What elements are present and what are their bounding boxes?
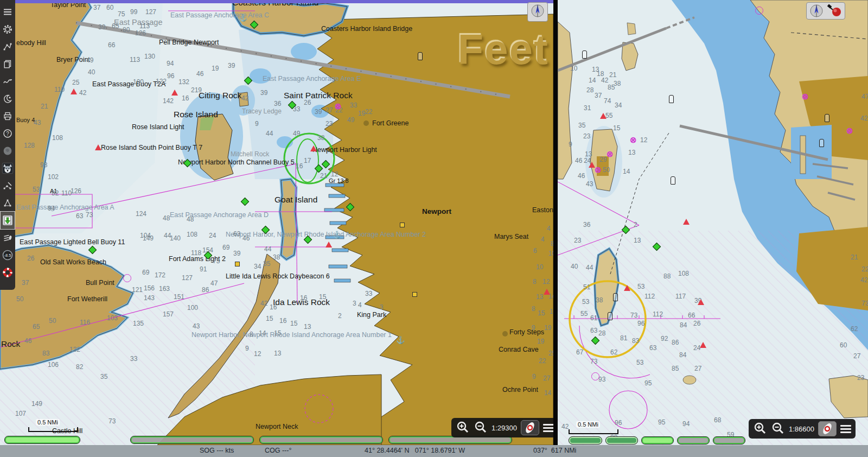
- depth-sounding: 65: [33, 323, 40, 330]
- tri-symbol: [71, 88, 77, 94]
- pages-button[interactable]: [1, 55, 15, 73]
- depth-sounding: 95: [644, 380, 652, 386]
- depth-sounding: 140: [170, 235, 181, 242]
- depth-sounding: 9: [255, 120, 259, 127]
- depth-sounding: 88: [663, 273, 671, 280]
- wreck-symbol: ⊗: [802, 92, 809, 100]
- tri-symbol: [95, 144, 101, 150]
- globe-disabled-button[interactable]: [1, 142, 15, 160]
- depth-sounding: 38: [596, 297, 603, 303]
- tri-symbol: [624, 285, 630, 291]
- moon-icon: [3, 94, 12, 104]
- depth-sounding: 73: [86, 212, 93, 218]
- menu-icon: [543, 424, 553, 432]
- depth-sounding: 42: [260, 300, 267, 307]
- map-label: Goat Island: [275, 195, 317, 204]
- download-charts-button[interactable]: [1, 212, 15, 229]
- anchor-symbol: ⚓: [239, 14, 247, 21]
- panel-divider[interactable]: [553, 0, 558, 445]
- depth-sounding: 44: [264, 246, 271, 252]
- depth-sounding: 40: [571, 263, 578, 270]
- route-edit-button[interactable]: [1, 177, 15, 194]
- chart-bar[interactable]: [677, 436, 710, 445]
- left-compass-button[interactable]: [527, 2, 548, 22]
- measure-network-button[interactable]: [1, 194, 15, 212]
- zoom-in-button[interactable]: [456, 421, 470, 435]
- depth-sounding: 128: [24, 142, 35, 149]
- chart-bar[interactable]: [259, 436, 383, 444]
- depth-sounding: 27: [543, 375, 550, 382]
- chart-bar[interactable]: [4, 436, 80, 444]
- bearing-distance: 037° 617 NMi: [533, 447, 576, 454]
- depth-sounding: 21: [320, 173, 327, 179]
- depth-sounding: 38: [317, 135, 324, 141]
- zoom-out-button[interactable]: [474, 421, 488, 435]
- pages-icon: [3, 59, 12, 69]
- depth-sounding: 103: [107, 315, 118, 321]
- depth-sounding: 21: [41, 103, 48, 110]
- right-chart-panel[interactable]: 1013182114423885283774343155153523129134…: [558, 0, 868, 445]
- svg-text:?: ?: [6, 131, 9, 137]
- depth-sounding: 15: [266, 315, 273, 322]
- depth-sounding: 99: [130, 9, 137, 15]
- zoom-out-button[interactable]: [771, 422, 785, 436]
- grib-layers-button[interactable]: [1, 229, 15, 246]
- depth-sounding: 149: [143, 235, 154, 242]
- pin-position-button[interactable]: [826, 4, 843, 18]
- depth-sounding: 55: [580, 310, 588, 317]
- cog-value: COG ---°: [265, 447, 291, 454]
- depth-sounding: 2: [634, 221, 637, 228]
- lifebuoy-icon: [2, 267, 13, 278]
- depth-sounding: 23: [326, 120, 333, 127]
- depth-sounding: 83: [632, 338, 639, 344]
- depth-sounding: 73: [630, 312, 637, 319]
- settings-button[interactable]: [1, 21, 15, 38]
- tower-symbol: [582, 50, 587, 59]
- ysq-symbol: [400, 223, 405, 227]
- map-label: Rose Island South Point Buoy T 7: [101, 144, 202, 151]
- menu-button[interactable]: [1, 3, 15, 21]
- layers-icon: [3, 233, 12, 243]
- depth-sounding: 127: [182, 275, 193, 281]
- help-button[interactable]: ?: [1, 125, 15, 142]
- depth-offset-button[interactable]: -8.5: [1, 246, 15, 264]
- depth-sounding: 16: [296, 163, 303, 169]
- chart-bar[interactable]: [130, 436, 254, 444]
- depth-sounding: 82: [52, 190, 59, 196]
- left-chart-panel[interactable]: Taylor PointCoasters Harbor IslandEast P…: [0, 0, 553, 445]
- depth-sounding: 63: [233, 231, 240, 237]
- zoom-in-button[interactable]: [753, 422, 767, 436]
- chart-bar[interactable]: [713, 436, 745, 445]
- depth-sounding: 83: [42, 350, 49, 357]
- map-label: Bryer Point: [56, 56, 90, 64]
- chart-bar[interactable]: [569, 436, 602, 445]
- compass-icon: [530, 4, 545, 20]
- depth-sounding: 15: [538, 310, 545, 316]
- sos-button[interactable]: [1, 264, 15, 281]
- depth-sounding: 108: [52, 135, 63, 141]
- chart-bar[interactable]: [605, 436, 638, 445]
- status-bar: SOG --- kts COG ---° 41° 28.4464' N 071°…: [0, 445, 868, 457]
- route-create-button[interactable]: [1, 38, 15, 55]
- diamond-symbol: [250, 21, 259, 29]
- depth-sounding: 117: [675, 293, 686, 300]
- profile-husky-button[interactable]: [1, 160, 15, 177]
- depth-sounding: 23: [574, 237, 581, 244]
- track-draw-button[interactable]: [1, 73, 15, 90]
- depth-sounding: 219: [191, 87, 202, 93]
- wreck-symbol: ⊗: [630, 136, 637, 144]
- center-on-boat-button[interactable]: [818, 421, 837, 436]
- chart-menu-button[interactable]: [543, 424, 553, 432]
- print-button[interactable]: [1, 107, 15, 125]
- depth-sounding: 9: [532, 325, 535, 331]
- chart-bar[interactable]: [641, 436, 674, 445]
- night-mode-button[interactable]: [1, 90, 15, 107]
- depth-sounding: 15: [319, 294, 326, 300]
- depth-sounding: 24: [209, 232, 216, 239]
- depth-sounding: 68: [714, 417, 721, 423]
- chart-menu-button[interactable]: [840, 425, 851, 433]
- depth-sounding: 96: [637, 320, 644, 327]
- compass-button[interactable]: [809, 4, 824, 18]
- map-label: Fort Greene: [372, 120, 409, 127]
- center-on-boat-button[interactable]: [521, 420, 539, 435]
